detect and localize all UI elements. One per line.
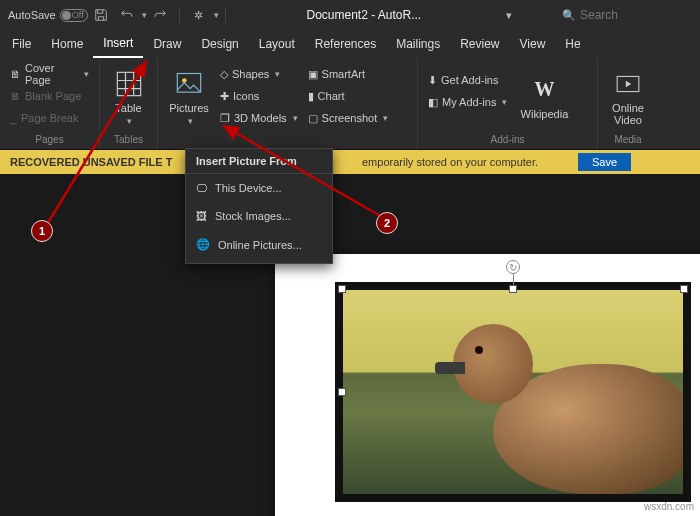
- 3d-models-button[interactable]: ❒3D Models▾: [216, 108, 302, 128]
- undo-icon[interactable]: [116, 4, 138, 26]
- dd-stock-images[interactable]: 🖾Stock Images...: [186, 202, 332, 230]
- handle-tl[interactable]: [338, 285, 346, 293]
- save-icon[interactable]: [90, 4, 112, 26]
- search-box[interactable]: 🔍: [562, 8, 692, 22]
- stock-icon: 🖾: [196, 210, 207, 222]
- callout-1: 1: [31, 220, 53, 242]
- blank-page-button[interactable]: 🗎Blank Page: [6, 86, 93, 106]
- recovery-text-a: RECOVERED UNSAVED FILE T: [10, 156, 172, 168]
- video-icon: [612, 68, 644, 100]
- menu-layout[interactable]: Layout: [249, 30, 305, 58]
- pictures-dropdown: Insert Picture From 🖵This Device... 🖾Sto…: [185, 148, 333, 264]
- screenshot-button[interactable]: ▢Screenshot▾: [304, 108, 393, 128]
- icons-button[interactable]: ✚Icons: [216, 86, 302, 106]
- ribbon: 🗎Cover Page▾ 🗎Blank Page ⎯Page Break Pag…: [0, 58, 700, 150]
- smartart-button[interactable]: ▣SmartArt: [304, 64, 393, 84]
- group-addins: ⬇Get Add-ins ◧My Add-ins▾ W Wikipedia Ad…: [418, 58, 598, 149]
- undo-more-chevron[interactable]: ▾: [142, 10, 147, 20]
- smartart-icon: ▣: [308, 68, 318, 81]
- menu-bar: File Home Insert Draw Design Layout Refe…: [0, 30, 700, 58]
- handle-ml[interactable]: [338, 388, 346, 396]
- shapes-button[interactable]: ◇Shapes▾: [216, 64, 302, 84]
- handle-tm[interactable]: [509, 285, 517, 293]
- search-input[interactable]: [580, 8, 700, 22]
- table-button[interactable]: Table▾: [106, 62, 151, 132]
- selected-picture[interactable]: ↻: [335, 282, 691, 502]
- menu-mailings[interactable]: Mailings: [386, 30, 450, 58]
- search-icon: 🔍: [562, 9, 576, 22]
- brightness-icon[interactable]: ✲: [188, 4, 210, 26]
- group-label-media: Media: [604, 134, 652, 145]
- menu-help[interactable]: He: [555, 30, 590, 58]
- menu-draw[interactable]: Draw: [143, 30, 191, 58]
- watermark: wsxdn.com: [644, 501, 694, 512]
- shapes-icon: ◇: [220, 68, 228, 81]
- callout-2: 2: [376, 212, 398, 234]
- workspace: ↻: [0, 174, 700, 516]
- title-bar: AutoSave Off ▾ ✲ ▾ Document2 - AutoR... …: [0, 0, 700, 30]
- menu-references[interactable]: References: [305, 30, 386, 58]
- get-addins-button[interactable]: ⬇Get Add-ins: [424, 70, 511, 90]
- menu-insert[interactable]: Insert: [93, 30, 143, 58]
- break-icon: ⎯: [10, 112, 17, 124]
- online-video-button[interactable]: Online Video: [604, 62, 652, 132]
- autosave-toggle[interactable]: AutoSave Off: [8, 9, 88, 22]
- chart-icon: ▮: [308, 90, 314, 103]
- online-icon: 🌐: [196, 238, 210, 251]
- menu-design[interactable]: Design: [191, 30, 248, 58]
- menu-home[interactable]: Home: [41, 30, 93, 58]
- recovery-bar: RECOVERED UNSAVED FILE T emporarily stor…: [0, 150, 700, 174]
- group-label-tables: Tables: [106, 134, 151, 145]
- document-title: Document2 - AutoR...: [232, 8, 496, 22]
- wikipedia-button[interactable]: W Wikipedia: [513, 62, 575, 132]
- menu-view[interactable]: View: [510, 30, 556, 58]
- dd-online-pictures[interactable]: 🌐Online Pictures...: [186, 230, 332, 259]
- pictures-button[interactable]: Pictures▾: [164, 62, 214, 132]
- group-label-addins: Add-ins: [424, 134, 591, 145]
- toggle-switch[interactable]: Off: [60, 9, 88, 22]
- page-icon: 🗎: [10, 90, 21, 102]
- handle-tr[interactable]: [680, 285, 688, 293]
- cover-page-button[interactable]: 🗎Cover Page▾: [6, 64, 93, 84]
- menu-review[interactable]: Review: [450, 30, 509, 58]
- page-break-button[interactable]: ⎯Page Break: [6, 108, 93, 128]
- title-dropdown-icon[interactable]: ▾: [498, 4, 520, 26]
- menu-file[interactable]: File: [2, 30, 41, 58]
- chart-button[interactable]: ▮Chart: [304, 86, 393, 106]
- device-icon: 🖵: [196, 182, 207, 194]
- rotate-handle[interactable]: ↻: [506, 260, 520, 274]
- recovery-text-b: emporarily stored on your computer.: [362, 156, 538, 168]
- dropdown-header: Insert Picture From: [186, 149, 332, 174]
- duck-image: [343, 290, 683, 494]
- redo-icon[interactable]: [149, 4, 171, 26]
- recovery-save-button[interactable]: Save: [578, 153, 631, 171]
- my-addins-button[interactable]: ◧My Add-ins▾: [424, 92, 511, 112]
- group-label-pages: Pages: [6, 134, 93, 145]
- svg-rect-0: [117, 72, 140, 95]
- addins-icon: ◧: [428, 96, 438, 109]
- document-page[interactable]: ↻: [275, 254, 700, 516]
- wikipedia-icon: W: [528, 74, 560, 106]
- group-media: Online Video Media: [598, 58, 658, 149]
- table-icon: [113, 68, 145, 100]
- group-tables: Table▾ Tables: [100, 58, 158, 149]
- group-pages: 🗎Cover Page▾ 🗎Blank Page ⎯Page Break Pag…: [0, 58, 100, 149]
- screenshot-icon: ▢: [308, 112, 318, 125]
- autosave-label: AutoSave: [8, 9, 56, 21]
- brightness-chevron[interactable]: ▾: [214, 10, 219, 20]
- pictures-icon: [173, 68, 205, 100]
- group-illustrations: Pictures▾ ◇Shapes▾ ✚Icons ❒3D Models▾ ▣S…: [158, 58, 418, 149]
- store-icon: ⬇: [428, 74, 437, 87]
- dd-this-device[interactable]: 🖵This Device...: [186, 174, 332, 202]
- page-icon: 🗎: [10, 68, 21, 80]
- cube-icon: ❒: [220, 112, 230, 125]
- icons-icon: ✚: [220, 90, 229, 103]
